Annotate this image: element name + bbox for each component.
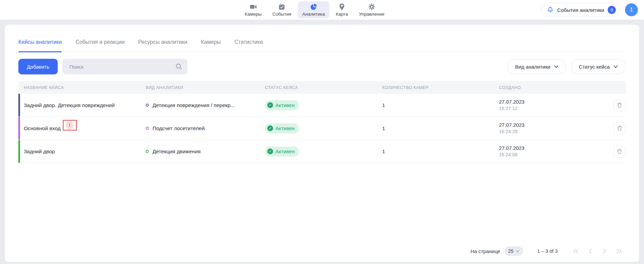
check-circle-icon: ✓ bbox=[267, 102, 273, 108]
created-date: 27.07.2023 bbox=[499, 145, 524, 152]
nav-item-analytics[interactable]: Аналитика bbox=[298, 1, 329, 18]
case-name: Задний двор bbox=[24, 148, 55, 155]
analytics-type-cell: Подсчет посетителей bbox=[140, 125, 260, 131]
per-page-control: На странице 25 bbox=[470, 246, 523, 256]
events-count-badge: 0 bbox=[608, 6, 616, 14]
error-exclamation-icon[interactable]: ! bbox=[66, 121, 74, 129]
camera-count-cell: 1 bbox=[377, 102, 494, 108]
nav-item-management[interactable]: Управление bbox=[355, 1, 389, 18]
tab-events-and-reactions[interactable]: События и реакции bbox=[75, 39, 125, 52]
case-name: Задний двор. Детекция повреждений bbox=[24, 102, 115, 108]
trash-icon bbox=[616, 125, 623, 131]
status-label: Активен bbox=[275, 148, 294, 154]
case-name-cell: Основной вход ! bbox=[18, 123, 140, 134]
created-time: 16:24:28 bbox=[499, 128, 524, 135]
column-header-analytics-type: ВИД АНАЛИТИКИ bbox=[140, 85, 260, 90]
table-row[interactable]: Основной вход ! Подсчет посетителей ✓ Ак… bbox=[18, 117, 626, 140]
column-header-created: СОЗДАНО bbox=[494, 85, 601, 90]
per-page-label: На странице bbox=[470, 248, 500, 254]
case-status-filter-dropdown[interactable]: Статус кейса bbox=[571, 59, 626, 74]
analytics-events-button[interactable]: События аналитики 0 bbox=[541, 3, 620, 17]
created-date: 27.07.2023 bbox=[499, 122, 524, 128]
filter-label: Вид аналитики bbox=[515, 64, 551, 70]
search-input[interactable] bbox=[62, 59, 187, 74]
case-name-cell: Задний двор. Детекция повреждений bbox=[18, 102, 140, 108]
status-badge: ✓ Активен bbox=[265, 123, 299, 134]
calendar-event-icon bbox=[278, 3, 286, 11]
case-status-cell: ✓ Активен bbox=[260, 123, 377, 134]
created-time: 16:24:08 bbox=[499, 152, 524, 158]
analytics-type-filter-dropdown[interactable]: Вид аналитики bbox=[507, 59, 567, 74]
camera-count-cell: 1 bbox=[377, 148, 494, 155]
actions-cell bbox=[601, 122, 626, 135]
double-chevron-left-icon bbox=[573, 249, 579, 254]
case-status-cell: ✓ Активен bbox=[260, 100, 377, 110]
filter-label: Статус кейса bbox=[579, 64, 610, 70]
nav-item-events[interactable]: События bbox=[268, 1, 296, 18]
nav-label: Карта bbox=[336, 12, 348, 17]
created-cell: 27.07.2023 16:24:28 bbox=[494, 122, 601, 135]
case-status-cell: ✓ Активен bbox=[260, 146, 377, 157]
next-page-button[interactable] bbox=[601, 248, 608, 254]
user-avatar[interactable]: 1 bbox=[625, 3, 638, 16]
events-button-label: События аналитики bbox=[557, 7, 604, 13]
trash-icon bbox=[616, 102, 623, 108]
chevron-down-icon bbox=[613, 65, 618, 68]
created-cell: 27.07.2023 16:27:12 bbox=[494, 99, 601, 112]
row-accent-bar bbox=[18, 140, 20, 163]
column-header-case-status: СТАТУС КЕЙСА bbox=[260, 85, 377, 90]
map-pin-icon bbox=[338, 3, 346, 11]
tab-analytics-cases[interactable]: Кейсы аналитики bbox=[18, 39, 62, 52]
analytics-page-card: Кейсы аналитики События и реакции Ресурс… bbox=[5, 25, 639, 262]
table-header-row: НАЗВАНИЕ КЕЙСА ВИД АНАЛИТИКИ СТАТУС КЕЙС… bbox=[18, 81, 626, 94]
check-circle-icon: ✓ bbox=[267, 125, 273, 131]
row-accent-bar bbox=[18, 117, 20, 140]
toolbar: Добавить Вид аналитики Статус кейса bbox=[18, 59, 626, 74]
table-row[interactable]: Задний двор Детекция движения ✓ Активен … bbox=[18, 140, 626, 163]
analytics-type-cell: Детекция движения bbox=[140, 148, 260, 155]
first-page-button[interactable] bbox=[572, 248, 580, 254]
table-footer: На странице 25 1 – 3 of 3 bbox=[14, 242, 630, 262]
per-page-value: 25 bbox=[508, 248, 514, 254]
actions-cell bbox=[601, 145, 626, 158]
pagination-controls bbox=[572, 248, 623, 254]
analytics-type: Детекция повреждения / перекр... bbox=[153, 102, 235, 108]
per-page-select[interactable]: 25 bbox=[504, 246, 523, 256]
tab-cameras[interactable]: Камеры bbox=[201, 39, 221, 52]
analytics-type: Детекция движения bbox=[153, 148, 201, 155]
nav-label: Управление bbox=[359, 12, 384, 17]
table-row[interactable]: Задний двор. Детекция повреждений Детекц… bbox=[18, 94, 626, 117]
gear-icon bbox=[368, 3, 376, 11]
case-name-cell: Задний двор bbox=[18, 148, 140, 155]
tabs-bar: Кейсы аналитики События и реакции Ресурс… bbox=[18, 25, 626, 52]
nav-item-cameras[interactable]: Камеры bbox=[240, 1, 266, 18]
tab-statistics[interactable]: Статистика bbox=[234, 39, 263, 52]
pagination-range-label: 1 – 3 of 3 bbox=[537, 248, 558, 254]
nav-item-map[interactable]: Карта bbox=[332, 1, 353, 18]
row-accent-bar bbox=[18, 94, 20, 117]
nav-label: События bbox=[272, 12, 291, 17]
add-case-button[interactable]: Добавить bbox=[18, 59, 58, 74]
last-page-button[interactable] bbox=[615, 248, 623, 254]
created-date: 27.07.2023 bbox=[499, 99, 524, 105]
video-camera-icon bbox=[249, 3, 257, 11]
created-cell: 27.07.2023 16:24:08 bbox=[494, 145, 601, 158]
analytics-type-cell: Детекция повреждения / перекр... bbox=[140, 102, 260, 108]
delete-case-button[interactable] bbox=[613, 122, 626, 135]
column-header-camera-count: КОЛИЧЕСТВО КАМЕР bbox=[377, 85, 494, 90]
delete-case-button[interactable] bbox=[613, 99, 626, 111]
previous-page-button[interactable] bbox=[587, 248, 594, 254]
status-badge: ✓ Активен bbox=[265, 100, 299, 110]
status-label: Активен bbox=[275, 125, 294, 131]
trash-icon bbox=[616, 148, 623, 155]
analytics-type-ring-icon bbox=[146, 104, 149, 107]
case-name: Основной вход bbox=[24, 125, 61, 131]
top-navigation-bar: Камеры События Аналитика Карта Управлени bbox=[0, 0, 644, 20]
chevron-down-icon bbox=[554, 65, 558, 68]
delete-case-button[interactable] bbox=[613, 145, 626, 158]
tab-analytics-resources[interactable]: Ресурсы аналитики bbox=[138, 39, 187, 52]
analytics-type-ring-icon bbox=[146, 150, 149, 153]
search-box bbox=[62, 59, 187, 74]
error-highlight-annotation: ! bbox=[63, 120, 77, 130]
nav-label: Камеры bbox=[245, 12, 262, 17]
